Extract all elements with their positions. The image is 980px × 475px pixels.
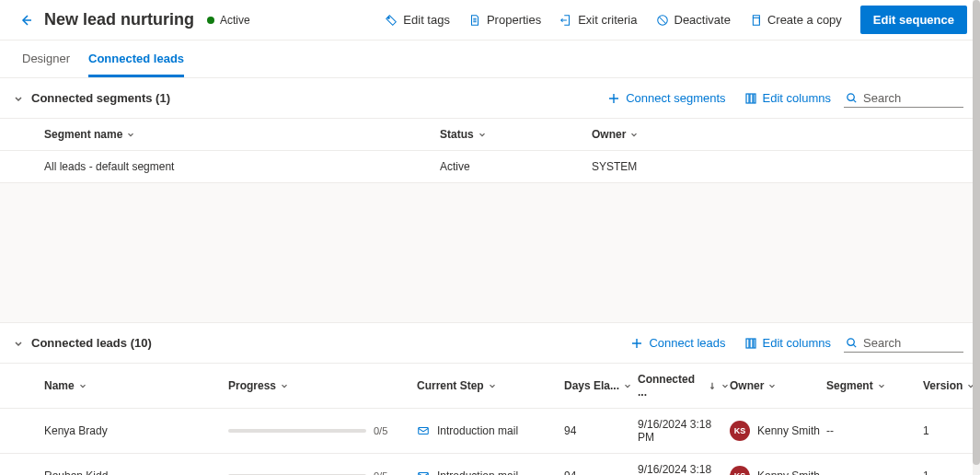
document-icon [468,14,481,27]
col-progress[interactable]: Progress [228,379,417,392]
page-title: New lead nurturing [44,10,194,29]
exit-criteria-label: Exit criteria [578,13,637,27]
mail-icon [417,424,430,437]
section-divider [0,183,980,323]
svg-rect-9 [754,339,755,348]
lead-step-cell: Introduction mail [417,469,564,475]
plus-icon [607,92,620,105]
col-status-label: Status [440,128,474,141]
lead-owner-cell: KS Kenny Smith [730,421,826,441]
svg-rect-8 [750,339,753,348]
lead-step-cell: Introduction mail [417,424,564,437]
lead-connected-cell: 9/16/2024 3:18 PM [638,418,730,444]
svg-rect-11 [419,428,429,434]
chevron-down-icon [478,130,487,139]
svg-rect-4 [750,94,753,103]
connect-leads-button[interactable]: Connect leads [625,332,731,353]
lead-owner-cell: KS Kenny Smith [730,466,826,475]
chevron-down-icon [623,381,632,390]
exit-criteria-button[interactable]: Exit criteria [552,8,644,31]
tag-icon [385,14,398,27]
progress-text: 0/5 [374,425,387,436]
lead-days-cell: 94 [564,469,638,475]
chevron-down-icon [13,93,24,104]
lead-progress-cell: 0/5 [228,470,417,475]
lead-version-cell: 1 [923,424,969,437]
col-version-label: Version [923,379,963,392]
col-owner-label: Owner [592,128,626,141]
col-days-label: Days Ela... [564,379,619,392]
edit-sequence-button[interactable]: Edit sequence [860,6,967,34]
segment-status-cell: Active [440,160,592,173]
back-button[interactable] [13,7,39,33]
sort-desc-icon [708,381,717,390]
search-icon [846,92,858,104]
segments-search-input[interactable] [863,91,962,105]
tab-connected-leads[interactable]: Connected leads [88,41,184,77]
edit-tags-button[interactable]: Edit tags [377,8,457,31]
leads-search[interactable] [844,334,963,353]
chevron-down-icon [767,381,777,390]
arrow-left-icon [18,13,33,28]
scrollbar-track[interactable] [973,0,980,475]
progress-bar [228,429,366,433]
properties-button[interactable]: Properties [461,8,548,31]
segments-section-header: Connected segments (1) Connect segments … [0,78,980,119]
col-progress-label: Progress [228,379,276,392]
table-row[interactable]: Reuben Kidd 0/5 Introduction mail 94 9/1… [0,454,980,475]
search-icon [846,337,858,349]
col-status[interactable]: Status [440,128,592,141]
chevron-down-icon [13,338,24,349]
connect-segments-label: Connect segments [626,91,725,105]
edit-tags-label: Edit tags [403,13,450,27]
svg-rect-5 [754,94,755,103]
avatar: KS [730,421,750,441]
deactivate-label: Deactivate [674,13,731,27]
col-owner[interactable]: Owner [592,128,980,141]
svg-rect-2 [753,17,759,25]
status-label: Active [220,14,250,27]
leads-section-header: Connected leads (10) Connect leads Edit … [0,323,980,364]
col-connected-label: Connected ... [638,373,702,399]
svg-point-0 [388,17,390,18]
col-owner-leads-label: Owner [730,379,764,392]
leads-search-input[interactable] [863,336,962,350]
lead-owner-name: Kenny Smith [757,469,820,475]
col-segment[interactable]: Segment [826,379,923,392]
col-segment-name[interactable]: Segment name [44,128,440,141]
chevron-down-icon [126,130,135,139]
col-days-elapsed[interactable]: Days Ela... [564,379,638,392]
leads-toggle[interactable]: Connected leads (10) [13,336,152,350]
col-version[interactable]: Version [923,379,969,392]
create-copy-button[interactable]: Create a copy [742,8,849,31]
connect-leads-label: Connect leads [649,336,725,350]
scrollbar-thumb[interactable] [973,0,980,465]
table-row[interactable]: Kenya Brady 0/5 Introduction mail 94 9/1… [0,409,980,454]
lead-step-label: Introduction mail [437,424,518,437]
edit-columns-segments-label: Edit columns [763,91,831,105]
lead-version-cell: 1 [923,469,969,475]
segments-search[interactable] [844,89,963,108]
copy-icon [749,14,762,27]
svg-rect-7 [746,339,749,348]
deactivate-button[interactable]: Deactivate [649,8,738,31]
col-connected[interactable]: Connected ... [638,373,730,399]
exit-icon [559,14,572,27]
chevron-down-icon [877,381,886,390]
segments-toggle[interactable]: Connected segments (1) [13,91,170,105]
segment-name-cell: All leads - default segment [44,160,440,173]
plus-icon [630,337,643,350]
tab-designer[interactable]: Designer [22,41,70,77]
col-owner-leads[interactable]: Owner [730,379,826,392]
col-current-step[interactable]: Current Step [417,379,564,392]
col-name[interactable]: Name [44,379,228,392]
lead-step-label: Introduction mail [437,469,518,475]
edit-columns-leads-button[interactable]: Edit columns [739,332,836,353]
chevron-down-icon [488,381,497,390]
connect-segments-button[interactable]: Connect segments [602,87,731,109]
edit-columns-segments-button[interactable]: Edit columns [739,87,836,109]
svg-rect-3 [746,94,749,103]
chevron-down-icon [280,381,289,390]
table-row[interactable]: All leads - default segment Active SYSTE… [0,151,980,183]
leads-table-head: Name Progress Current Step Days Ela... C… [0,364,980,409]
